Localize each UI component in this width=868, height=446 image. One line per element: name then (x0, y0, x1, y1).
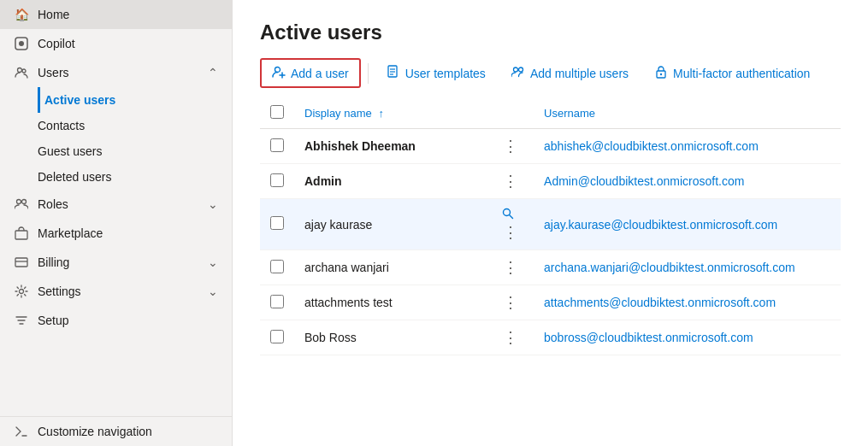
row-checkbox[interactable] (270, 330, 284, 343)
more-options-icon[interactable]: ⋮ (498, 222, 523, 243)
sidebar-item-marketplace[interactable]: Marketplace (0, 219, 232, 248)
email-link[interactable]: Admin@cloudbiktest.onmicrosoft.com (544, 174, 744, 188)
svg-rect-6 (15, 231, 27, 239)
row-checkbox[interactable] (270, 295, 284, 308)
table-row: attachments test⋮attachments@cloudbiktes… (260, 285, 841, 320)
toolbar: Add a user User templates Add multiple u… (260, 58, 841, 88)
add-multiple-users-button[interactable]: Add multiple users (500, 59, 640, 87)
display-name-cell: Bob Ross (294, 320, 487, 355)
row-checkbox-cell (260, 199, 294, 250)
select-all-checkbox[interactable] (270, 105, 284, 119)
username-cell: ajay.kaurase@cloudbiktest.onmicrosoft.co… (534, 199, 841, 250)
display-name-cell: Admin (294, 164, 487, 199)
svg-point-11 (275, 67, 280, 73)
svg-point-5 (22, 200, 27, 204)
add-multiple-users-icon (511, 65, 525, 81)
copilot-icon (14, 36, 29, 51)
svg-point-4 (17, 200, 21, 204)
sidebar-item-users[interactable]: Users ⌃ (0, 58, 232, 87)
select-all-cell[interactable] (260, 98, 294, 129)
toolbar-separator (368, 63, 369, 84)
email-link[interactable]: attachments@cloudbiktest.onmicrosoft.com (544, 296, 776, 309)
sidebar-item-label: Settings (38, 285, 199, 298)
more-options-icon[interactable]: ⋮ (498, 257, 523, 278)
sidebar-item-roles[interactable]: Roles ⌄ (0, 190, 232, 219)
sidebar-item-home[interactable]: 🏠 Home (0, 0, 232, 29)
display-name-cell: ajay kaurase (294, 199, 487, 250)
email-link[interactable]: bobross@cloudbiktest.onmicrosoft.com (544, 331, 753, 344)
table-row: Bob Ross⋮bobross@cloudbiktest.onmicrosof… (260, 320, 841, 355)
add-user-button[interactable]: Add a user (260, 58, 361, 88)
username-cell: attachments@cloudbiktest.onmicrosoft.com (534, 285, 841, 320)
table-row: ajay kaurase⋮ajay.kaurase@cloudbiktest.o… (260, 199, 841, 250)
display-name-cell: Abhishek Dheeman (294, 129, 487, 164)
sidebar-item-label: Billing (38, 255, 199, 269)
svg-point-1 (19, 41, 24, 46)
email-link[interactable]: archana.wanjari@cloudbiktest.onmicrosoft… (544, 261, 795, 274)
actions-header (487, 98, 534, 129)
add-user-label: Add a user (291, 67, 349, 80)
sidebar-item-setup[interactable]: Setup (0, 306, 232, 335)
username-cell: Admin@cloudbiktest.onmicrosoft.com (534, 164, 841, 199)
svg-point-19 (518, 67, 523, 72)
sort-arrow-icon: ↑ (378, 107, 384, 120)
users-icon (14, 65, 29, 80)
email-link[interactable]: ajay.kaurase@cloudbiktest.onmicrosoft.co… (544, 218, 777, 232)
guest-users-label: Guest users (38, 144, 102, 158)
row-actions-cell: ⋮ (487, 320, 534, 355)
more-options-icon[interactable]: ⋮ (498, 171, 523, 191)
sidebar-bottom: Customize navigation (0, 416, 232, 446)
settings-icon (14, 284, 29, 299)
sidebar-item-copilot[interactable]: Copilot (0, 29, 232, 58)
mfa-button[interactable]: Multi-factor authentication (643, 59, 821, 87)
marketplace-icon (14, 226, 29, 241)
setup-icon (14, 313, 29, 328)
row-checkbox[interactable] (270, 216, 284, 230)
users-submenu: Active users Contacts Guest users Delete… (0, 87, 232, 190)
row-actions-cell: ⋮ (487, 285, 534, 320)
sidebar-item-deleted-users[interactable]: Deleted users (38, 164, 232, 190)
mfa-label: Multi-factor authentication (673, 67, 810, 80)
billing-icon (14, 255, 29, 270)
page-title: Active users (260, 21, 841, 44)
display-name-cell: attachments test (294, 285, 487, 320)
active-users-label: Active users (44, 93, 115, 107)
username-cell: archana.wanjari@cloudbiktest.onmicrosoft… (534, 250, 841, 285)
sidebar-item-active-users[interactable]: Active users (38, 87, 232, 113)
more-options-icon[interactable]: ⋮ (498, 327, 523, 348)
add-user-icon (272, 65, 286, 81)
home-icon: 🏠 (14, 7, 29, 22)
more-options-icon[interactable]: ⋮ (498, 136, 523, 156)
sidebar-item-guest-users[interactable]: Guest users (38, 138, 232, 164)
user-templates-label: User templates (405, 67, 486, 80)
deleted-users-label: Deleted users (38, 170, 111, 184)
row-checkbox-cell (260, 320, 294, 355)
sidebar-item-label: Copilot (38, 37, 218, 50)
table-row: Abhishek Dheeman⋮abhishek@cloudbiktest.o… (260, 129, 841, 164)
chevron-down-icon: ⌄ (208, 285, 218, 298)
username-cell: abhishek@cloudbiktest.onmicrosoft.com (534, 129, 841, 164)
display-name-header[interactable]: Display name ↑ (294, 98, 487, 129)
row-checkbox[interactable] (270, 138, 284, 152)
sidebar-item-settings[interactable]: Settings ⌄ (0, 277, 232, 306)
contacts-label: Contacts (38, 119, 85, 132)
search-inline-icon[interactable] (501, 209, 515, 223)
table-row: archana wanjari⋮archana.wanjari@cloudbik… (260, 250, 841, 285)
user-templates-button[interactable]: User templates (375, 59, 497, 87)
sidebar: 🏠 Home Copilot Users ⌃ Active users Cont… (0, 0, 233, 446)
row-checkbox[interactable] (270, 260, 284, 273)
row-checkbox[interactable] (270, 173, 284, 187)
sidebar-item-contacts[interactable]: Contacts (38, 113, 232, 138)
more-options-icon[interactable]: ⋮ (498, 292, 523, 313)
svg-point-2 (18, 68, 22, 73)
row-actions-cell: ⋮ (487, 199, 534, 250)
mfa-icon (654, 65, 668, 81)
customize-nav-label: Customize navigation (38, 425, 218, 438)
chevron-up-icon: ⌃ (208, 66, 218, 79)
email-link[interactable]: abhishek@cloudbiktest.onmicrosoft.com (544, 139, 759, 153)
svg-point-21 (660, 73, 662, 75)
svg-line-23 (510, 215, 513, 219)
sidebar-item-billing[interactable]: Billing ⌄ (0, 248, 232, 277)
sidebar-item-customize-nav[interactable]: Customize navigation (0, 417, 232, 446)
customize-nav-icon (14, 424, 29, 439)
